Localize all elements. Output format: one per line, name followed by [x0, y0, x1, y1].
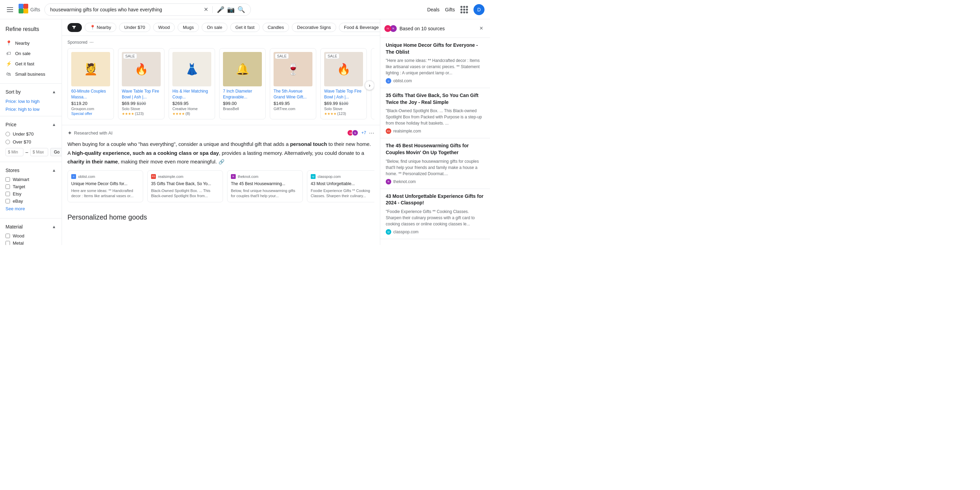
special-offer-p1: Special offer [71, 111, 110, 116]
product-price-p3: $269.95 [172, 101, 211, 106]
apps-icon[interactable] [460, 6, 468, 13]
close-right-panel-button[interactable]: × [478, 24, 485, 33]
product-card-p5[interactable]: SALE 🍷 The 5th Avenue Grand Wine Gift...… [270, 48, 316, 119]
filter-chip-get-it-fast[interactable]: Get it fast [230, 23, 260, 32]
small-business-icon: 🛍 [5, 71, 12, 77]
product-price-p1: $119.20 [71, 101, 110, 106]
price-min-input[interactable] [5, 148, 24, 156]
material-wood-checkbox[interactable] [5, 234, 10, 238]
result-card-r1[interactable]: Unique Home Decor Gifts for Everyone - T… [380, 38, 490, 88]
sponsored-label: Sponsored ⋯ [67, 40, 374, 45]
ai-text-experience: high-quality experience, such as a cooki… [72, 150, 219, 156]
source-title-s1: Unique Home Decor Gifts for... [71, 181, 139, 187]
stores-section-header[interactable]: Stores ▲ [0, 165, 62, 176]
price-max-input[interactable] [30, 148, 48, 156]
store-etsy-checkbox[interactable] [5, 192, 10, 196]
price-section-header[interactable]: Price ▲ [0, 119, 62, 130]
voice-icon[interactable]: 🎤 [217, 6, 224, 13]
ai-options-icon[interactable]: ⋯ [369, 130, 374, 136]
price-over-70-radio[interactable] [5, 140, 10, 144]
price-under-70-radio[interactable] [5, 132, 10, 136]
store-walmart-checkbox[interactable] [5, 177, 10, 182]
store-ebay[interactable]: eBay [5, 197, 56, 205]
filter-chip-nearby[interactable]: 📍 Nearby [85, 23, 116, 32]
search-input[interactable] [50, 7, 201, 13]
scroll-right-arrow[interactable]: › [365, 81, 374, 90]
sale-badge-p2: SALE [123, 53, 137, 59]
sponsored-section: Sponsored ⋯ 💆 60-Minute Couples Massa...… [62, 36, 380, 125]
result-card-r4[interactable]: 43 Most Unforgettable Experience Gifts f… [380, 189, 490, 239]
filter-chip-on-sale[interactable]: On sale [202, 23, 228, 32]
product-store-p3: Creative Home [172, 107, 211, 111]
gifts-link[interactable]: Gifts [445, 7, 455, 13]
product-card-p6[interactable]: SALE 🔥 Wave Table Top Fire Bowl | Ash |.… [320, 48, 367, 119]
source-card-s3[interactable]: tk theknot.com The 45 Best Housewarming.… [227, 170, 303, 203]
product-card-p2[interactable]: SALE 🔥 Wave Table Top Fire Bowl | Ash |.… [118, 48, 164, 119]
deals-link[interactable]: Deals [427, 7, 439, 13]
sidebar-item-on-sale[interactable]: 🏷 On sale [0, 48, 62, 59]
sidebar-item-small-business[interactable]: 🛍 Small business [0, 69, 62, 79]
result-favicon-r2: RS [386, 128, 391, 134]
result-snippet-r3: "Below, find unique housewarming gifts f… [386, 158, 485, 177]
material-section-header[interactable]: Material ▲ [0, 221, 62, 232]
source-domain-s3: theknot.com [238, 175, 258, 178]
result-card-r3[interactable]: The 45 Best Housewarming Gifts for Coupl… [380, 138, 490, 189]
filter-chip-mugs[interactable]: Mugs [178, 23, 199, 32]
google-shopping-logo[interactable]: Gifts [19, 4, 40, 16]
sort-price-low-high[interactable]: Price: low to high [0, 97, 62, 105]
clear-icon[interactable]: ✕ [204, 6, 208, 13]
price-under-70[interactable]: Under $70 [5, 130, 56, 138]
filter-chip-decorative-signs[interactable]: Decorative Signs [292, 23, 336, 32]
stores-see-more[interactable]: See more [5, 205, 56, 213]
material-metal[interactable]: Metal [5, 240, 56, 245]
sidebar-small-business-label: Small business [15, 72, 45, 77]
filter-chip-food-beverage[interactable]: Food & Beverage Gift Baskets [339, 23, 380, 32]
source-favicon-s1: o [71, 174, 76, 179]
filter-icon-button[interactable] [67, 23, 82, 32]
material-section: Wood Metal Glass [0, 232, 62, 245]
filter-chip-wood[interactable]: Wood [153, 23, 175, 32]
source-count[interactable]: +7 [361, 130, 366, 135]
price-section: Under $70 Over $70 – Go [0, 130, 62, 159]
result-domain-r1: oblist.com [393, 78, 412, 83]
store-etsy[interactable]: Etsy [5, 190, 56, 197]
result-snippet-r2: "Black-Owned Spotlight Box. ... This Bla… [386, 108, 485, 126]
store-ebay-checkbox[interactable] [5, 199, 10, 204]
sidebar-item-nearby[interactable]: 📍 Nearby [0, 38, 62, 48]
source-card-s4[interactable]: cp classpop.com 43 Most Unforgettable...… [307, 170, 374, 203]
result-card-r2[interactable]: 35 Gifts That Give Back, So You Can Gift… [380, 88, 490, 138]
material-wood[interactable]: Wood [5, 232, 56, 240]
user-avatar[interactable]: D [474, 4, 485, 15]
price-go-button[interactable]: Go [50, 148, 62, 156]
result-domain-r2: realsimple.com [393, 129, 421, 134]
store-target-label: Target [13, 184, 25, 189]
sort-price-high-low[interactable]: Price: high to low [0, 105, 62, 113]
store-target-checkbox[interactable] [5, 185, 10, 189]
product-card-p3[interactable]: 👗 His & Her Matching Coup... $269.95 Cre… [169, 48, 215, 119]
header-right: Deals Gifts D [427, 4, 485, 15]
ai-text: When buying for a couple who "has everyt… [67, 140, 374, 166]
source-favicon-s3: tk [231, 174, 236, 179]
filter-chip-under70[interactable]: Under $70 [119, 23, 150, 32]
store-target[interactable]: Target [5, 183, 56, 190]
sidebar-item-get-it-fast[interactable]: ⚡ Get it fast [0, 59, 62, 69]
header: Gifts ✕ 🎤 📷 🔍 Deals Gifts D [0, 0, 490, 19]
source-card-s1[interactable]: o oblist.com Unique Home Decor Gifts for… [67, 170, 143, 203]
store-etsy-label: Etsy [13, 191, 21, 196]
product-card-p4[interactable]: 🔔 7 Inch Diameter Engravable... $99.00 B… [219, 48, 266, 119]
link-icon[interactable]: 🔗 [218, 159, 224, 164]
store-walmart[interactable]: Walmart [5, 176, 56, 183]
price-over-70[interactable]: Over $70 [5, 138, 56, 146]
sponsored-info-icon[interactable]: ⋯ [89, 40, 94, 45]
search-icon[interactable]: 🔍 [237, 6, 245, 13]
source-card-s2[interactable]: RS realsimple.com 35 Gifts That Give Bac… [147, 170, 223, 203]
source-domain-s4: classpop.com [318, 175, 340, 178]
lens-icon[interactable]: 📷 [227, 6, 235, 13]
filter-chip-candles[interactable]: Candles [262, 23, 290, 32]
menu-icon[interactable] [5, 6, 14, 13]
price-title: Price [5, 122, 16, 127]
product-card-p1[interactable]: 💆 60-Minute Couples Massa... $119.20 Gro… [67, 48, 114, 119]
source-title-s4: 43 Most Unforgettable... [311, 181, 374, 187]
sort-section-header[interactable]: Sort by ▲ [0, 86, 62, 97]
material-metal-checkbox[interactable] [5, 241, 10, 245]
